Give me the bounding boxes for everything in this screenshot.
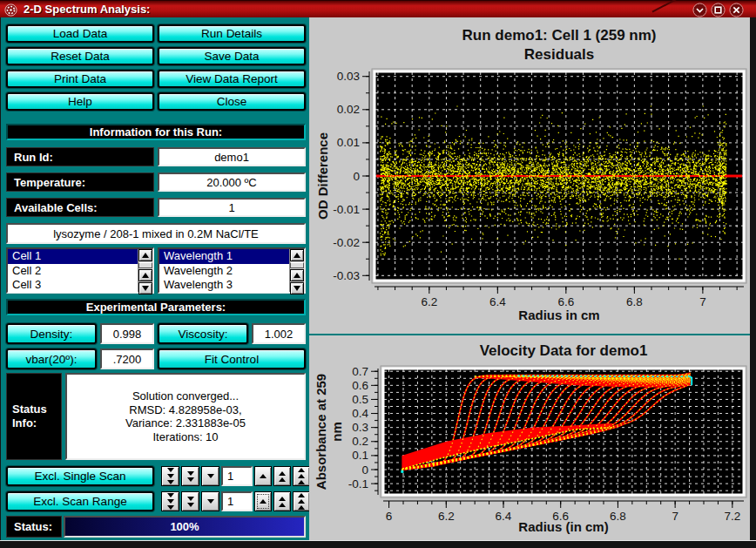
vbar-value-field[interactable]: .7200 (100, 348, 154, 369)
svg-text:6.8: 6.8 (610, 510, 626, 523)
counter-step-up-button[interactable] (273, 466, 291, 486)
counter-down-button[interactable] (201, 491, 219, 511)
close-button[interactable] (729, 3, 744, 17)
title-bar[interactable]: 2-D Spectrum Analysis: (0, 0, 756, 17)
wavelength-listbox[interactable]: Wavelength 1 Wavelength 2 Wavelength 3 (158, 247, 306, 294)
scroll-down-button[interactable] (290, 282, 304, 294)
run-id-label: Run Id: (6, 147, 154, 166)
svg-text:Velocity Data for demo1: Velocity Data for demo1 (480, 342, 648, 359)
close-dialog-button[interactable]: Close (158, 92, 306, 111)
run-id-value: demo1 (158, 147, 306, 166)
minimize-button[interactable] (692, 3, 707, 17)
status-info-label: Status Info: (6, 373, 62, 460)
wavelength-list-item[interactable]: Wavelength 3 (159, 278, 304, 293)
counter-page-down-button[interactable] (161, 491, 179, 511)
maximize-button[interactable] (711, 3, 726, 17)
svg-text:6.4: 6.4 (489, 295, 506, 308)
print-data-button[interactable]: Print Data (6, 70, 154, 88)
info-section-header: Information for this Run: (6, 124, 306, 140)
status-line: Variance: 2.331883e-05 (125, 416, 246, 430)
status-info-label-line1: Status (12, 403, 47, 416)
svg-text:Radius in cm: Radius in cm (518, 308, 599, 322)
params-section-header: Experimental Parameters: (6, 299, 306, 315)
panel-divider (309, 334, 750, 335)
density-value-field[interactable]: 0.998 (100, 323, 154, 344)
svg-text:7: 7 (699, 295, 706, 308)
status-line: Iterations: 10 (152, 430, 218, 444)
cell-list-item[interactable]: Cell 1 (8, 249, 152, 264)
svg-text:6: 6 (386, 510, 393, 523)
svg-text:6.2: 6.2 (438, 510, 455, 523)
scrollbar-thumb[interactable] (138, 262, 152, 268)
window-right-border (750, 17, 756, 548)
scroll-up-button[interactable] (290, 249, 304, 261)
counter-step-down-button[interactable] (181, 491, 199, 511)
load-data-button[interactable]: Load Data (6, 24, 154, 43)
svg-text:-0.02: -0.02 (333, 236, 360, 249)
svg-text:-0.1: -0.1 (348, 477, 368, 490)
residuals-plot: Run demo1: Cell 1 (259 nm)Residuals0.030… (314, 21, 749, 323)
counter-step-down-button[interactable] (181, 466, 199, 486)
reset-data-button[interactable]: Reset Data (6, 47, 154, 65)
counter-page-down-button[interactable] (161, 466, 179, 486)
wavelength-list-item[interactable]: Wavelength 2 (159, 264, 304, 279)
wavelength-list-item[interactable]: Wavelength 1 (159, 249, 304, 264)
svg-text:0.01: 0.01 (337, 136, 360, 149)
counter-page-up-button[interactable] (293, 491, 310, 511)
wavelength-list-scrollbar[interactable] (289, 249, 304, 292)
scrollbar-thumb[interactable] (290, 262, 304, 268)
svg-text:6.6: 6.6 (557, 295, 574, 308)
scroll-up-button[interactable] (138, 249, 152, 261)
cell-listbox[interactable]: Cell 1 Cell 2 Cell 3 (6, 247, 154, 294)
save-data-button[interactable]: Save Data (158, 47, 306, 65)
app-gear-icon (4, 3, 17, 17)
svg-text:Residuals: Residuals (524, 46, 594, 63)
scroll-up-button[interactable] (290, 269, 304, 281)
excl-scan-range-button[interactable]: Excl. Scan Range (6, 491, 154, 511)
svg-text:7.2: 7.2 (724, 510, 740, 523)
run-details-button[interactable]: Run Details (158, 24, 306, 43)
counter-step-up-button[interactable] (273, 491, 291, 511)
scroll-down-button[interactable] (138, 282, 152, 294)
excl-scan-range-input[interactable]: 1 (221, 491, 253, 511)
window-bottom-border (0, 540, 756, 548)
vbar-button[interactable]: vbar(20º): (6, 348, 97, 369)
svg-text:-0.01: -0.01 (333, 203, 360, 216)
available-cells-value: 1 (158, 198, 306, 217)
run-description-field: lysozyme / 208-1 mixed in 0.2M NaCl/TE (6, 223, 306, 244)
temperature-label: Temperature: (6, 173, 154, 192)
svg-text:Radius (in cm): Radius (in cm) (518, 519, 608, 534)
help-button[interactable]: Help (6, 92, 154, 111)
svg-text:nm: nm (329, 422, 344, 442)
svg-text:0.02: 0.02 (337, 103, 360, 116)
counter-page-up-button[interactable] (293, 466, 310, 486)
svg-text:-0.03: -0.03 (333, 269, 360, 282)
density-button[interactable]: Density: (6, 323, 97, 344)
view-data-report-button[interactable]: View Data Report (158, 70, 306, 88)
fit-control-button[interactable]: Fit Control (158, 348, 306, 369)
svg-text:0: 0 (361, 463, 368, 477)
viscosity-button[interactable]: Viscosity: (158, 323, 248, 344)
status-line: Solution converged... (132, 389, 239, 403)
counter-up-button[interactable] (254, 466, 272, 486)
window-title: 2-D Spectrum Analysis: (24, 3, 150, 16)
excl-single-scan-button[interactable]: Excl. Single Scan (6, 466, 154, 486)
cell-list-scrollbar[interactable] (138, 249, 152, 292)
plot-panel: Run demo1: Cell 1 (259 nm)Residuals0.030… (309, 17, 750, 540)
svg-text:OD Difference: OD Difference (315, 132, 330, 220)
scroll-up-button[interactable] (138, 269, 152, 281)
svg-text:0.4: 0.4 (352, 407, 368, 420)
svg-text:0.03: 0.03 (337, 70, 360, 83)
svg-text:6.8: 6.8 (626, 295, 643, 308)
svg-text:6.4: 6.4 (496, 510, 512, 523)
svg-text:0.2: 0.2 (352, 435, 368, 448)
viscosity-value-field[interactable]: 1.002 (252, 323, 306, 344)
svg-text:0: 0 (353, 170, 360, 183)
excl-single-scan-input[interactable]: 1 (221, 466, 253, 486)
counter-up-button[interactable] (254, 491, 272, 511)
svg-text:0.5: 0.5 (352, 393, 368, 406)
cell-list-item[interactable]: Cell 2 (8, 264, 152, 279)
counter-down-button[interactable] (201, 466, 219, 486)
svg-text:7: 7 (672, 510, 678, 523)
cell-list-item[interactable]: Cell 3 (8, 278, 152, 293)
